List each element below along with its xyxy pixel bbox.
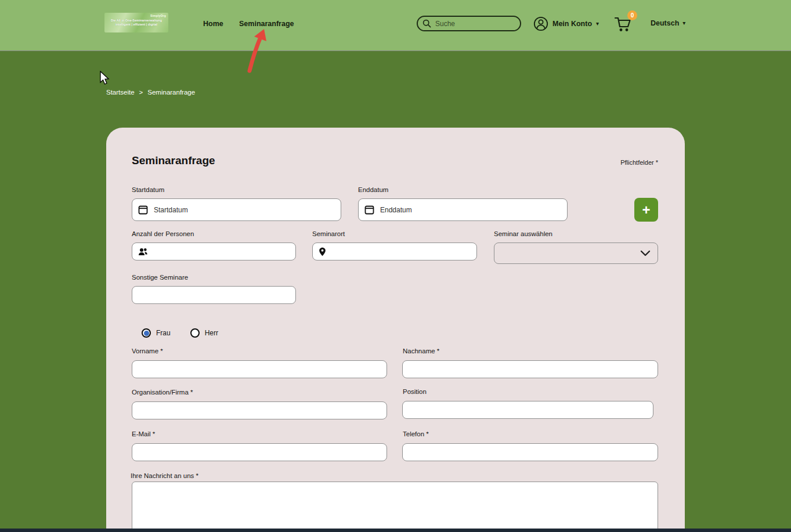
enddatum-field[interactable]: [358, 198, 568, 221]
salutation-option-herr[interactable]: Herr: [190, 328, 218, 338]
radio-herr[interactable]: [190, 328, 200, 338]
logo-image[interactable]: SimplyOrg Die All in One-Seminarverwaltu…: [104, 13, 168, 32]
nachricht-label: Ihre Nachricht an uns *: [131, 472, 198, 479]
logo-brand: SimplyOrg: [150, 14, 166, 17]
mouse-cursor: [99, 71, 111, 86]
vorname-field[interactable]: [132, 360, 387, 378]
nachname-label: Nachname *: [403, 348, 439, 354]
position-input[interactable]: [409, 406, 647, 414]
calendar-icon: [364, 205, 374, 215]
nav-home[interactable]: Home: [203, 20, 223, 28]
telefon-label: Telefon *: [403, 430, 429, 437]
seminar-auswaehlen-label: Seminar auswählen: [494, 230, 552, 237]
telefon-input[interactable]: [409, 448, 652, 457]
salutation-option-frau[interactable]: Frau: [142, 328, 171, 338]
radio-herr-label: Herr: [205, 329, 218, 337]
organisation-label: Organisation/Firma *: [132, 389, 193, 396]
plus-icon: +: [642, 202, 650, 218]
position-field[interactable]: [402, 401, 653, 419]
cart-count-badge: 0: [627, 10, 637, 20]
location-pin-icon: [319, 247, 326, 256]
account-caret-icon: ▾: [596, 21, 599, 27]
account-menu[interactable]: Mein Konto ▾: [533, 16, 599, 32]
bottom-edge-strip: [0, 529, 791, 532]
nachname-input[interactable]: [409, 365, 652, 374]
radio-frau-label: Frau: [156, 329, 171, 337]
search-box[interactable]: [417, 16, 521, 31]
anzahl-label: Anzahl der Personen: [132, 230, 194, 237]
nachname-field[interactable]: [402, 360, 658, 378]
people-icon: [138, 248, 148, 256]
chevron-down-icon: [640, 250, 651, 256]
nav-seminaranfrage[interactable]: Seminaranfrage: [239, 20, 294, 28]
radio-frau[interactable]: [142, 328, 151, 338]
seminarort-field[interactable]: [312, 243, 477, 260]
breadcrumb-startseite[interactable]: Startseite: [106, 89, 135, 96]
email-input[interactable]: [138, 448, 381, 457]
logo-tagline-2: intelligent | effizient | digital: [115, 23, 157, 27]
cart-button[interactable]: 0: [614, 16, 635, 33]
enddatum-label: Enddatum: [358, 186, 388, 193]
user-icon: [533, 16, 548, 31]
anzahl-personen-input[interactable]: [154, 248, 290, 256]
vorname-label: Vorname *: [132, 348, 163, 354]
language-caret-icon: ▾: [682, 20, 685, 26]
add-seminar-button[interactable]: +: [634, 198, 658, 222]
organisation-field[interactable]: [132, 401, 387, 419]
sonstige-seminare-field[interactable]: [132, 286, 296, 304]
email-field[interactable]: [132, 443, 387, 461]
position-label: Position: [403, 388, 427, 395]
page-title: Seminaranfrage: [132, 154, 215, 167]
top-header: SimplyOrg Die All in One-Seminarverwaltu…: [0, 0, 791, 51]
startdatum-input[interactable]: [154, 206, 335, 214]
seminar-auswaehlen-select[interactable]: [494, 243, 658, 264]
vorname-input[interactable]: [138, 365, 381, 374]
sonstige-label: Sonstige Seminare: [132, 274, 188, 281]
nachricht-textarea[interactable]: [132, 482, 658, 532]
required-fields-hint: Pflichtfelder *: [620, 159, 658, 166]
enddatum-input[interactable]: [380, 206, 561, 214]
salutation-group: Frau Herr: [142, 328, 218, 338]
email-label: E-Mail *: [132, 430, 155, 437]
sonstige-seminare-input[interactable]: [138, 291, 290, 299]
search-icon: [422, 19, 431, 28]
calendar-icon: [138, 205, 148, 215]
logo-tagline-1: Die All in One-Seminarverwaltung: [111, 19, 162, 23]
seminar-request-card: Seminaranfrage Pflichtfelder * Startdatu…: [106, 128, 685, 532]
anzahl-personen-field[interactable]: [132, 243, 296, 260]
breadcrumb-seminaranfrage[interactable]: Seminaranfrage: [147, 89, 195, 96]
account-label: Mein Konto: [552, 20, 592, 28]
seminarort-input[interactable]: [332, 248, 471, 256]
breadcrumb: Startseite > Seminaranfrage: [106, 89, 195, 96]
telefon-field[interactable]: [402, 443, 658, 461]
startdatum-label: Startdatum: [132, 186, 164, 193]
search-input[interactable]: [435, 20, 505, 28]
seminarort-label: Seminarort: [312, 230, 345, 237]
startdatum-field[interactable]: [132, 198, 341, 221]
language-selector[interactable]: Deutsch ▾: [651, 19, 685, 27]
language-label: Deutsch: [651, 19, 679, 27]
organisation-input[interactable]: [138, 407, 381, 415]
breadcrumb-separator: >: [139, 89, 143, 96]
